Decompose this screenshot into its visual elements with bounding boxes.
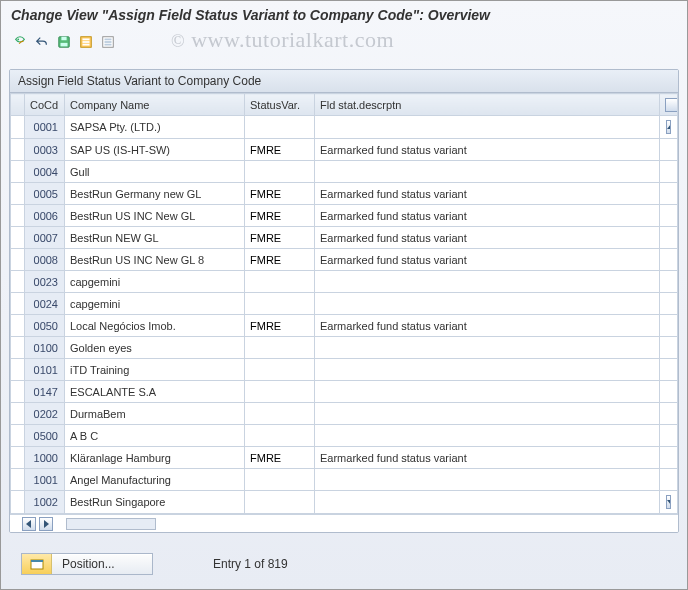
row-selector[interactable] <box>11 491 25 514</box>
table-row[interactable]: 0007BestRun NEW GLEarmarked fund status … <box>11 227 678 249</box>
table-row[interactable]: 0100Golden eyes <box>11 337 678 359</box>
vscroll-cell[interactable] <box>660 271 678 293</box>
row-selector[interactable] <box>11 227 25 249</box>
table-row[interactable]: 0006BestRun US INC New GLEarmarked fund … <box>11 205 678 227</box>
cell-statusvar[interactable] <box>245 315 315 337</box>
row-selector[interactable] <box>11 249 25 271</box>
position-button[interactable]: Position... <box>21 553 153 575</box>
vscroll-cell[interactable] <box>660 447 678 469</box>
vscroll-cell[interactable] <box>660 381 678 403</box>
statusvar-input[interactable] <box>250 320 309 332</box>
hscrollbar[interactable] <box>10 514 678 532</box>
table-row[interactable]: 0023capgemini <box>11 271 678 293</box>
statusvar-input[interactable] <box>250 430 309 442</box>
vscroll-cell[interactable] <box>660 116 678 139</box>
cell-statusvar[interactable] <box>245 447 315 469</box>
vscroll-cell[interactable] <box>660 161 678 183</box>
col-header-desc[interactable]: Fld stat.descrptn <box>315 94 660 116</box>
cell-statusvar[interactable] <box>245 161 315 183</box>
row-selector[interactable] <box>11 205 25 227</box>
cell-statusvar[interactable] <box>245 249 315 271</box>
cell-statusvar[interactable] <box>245 227 315 249</box>
undo-icon[interactable] <box>33 33 51 51</box>
cell-statusvar[interactable] <box>245 359 315 381</box>
cell-statusvar[interactable] <box>245 271 315 293</box>
row-selector[interactable] <box>11 359 25 381</box>
table-row[interactable]: 0003SAP US (IS-HT-SW)Earmarked fund stat… <box>11 139 678 161</box>
vscroll-cell[interactable] <box>660 469 678 491</box>
cell-statusvar[interactable] <box>245 205 315 227</box>
vscroll-cell[interactable] <box>660 315 678 337</box>
statusvar-input[interactable] <box>250 166 309 178</box>
cell-statusvar[interactable] <box>245 139 315 161</box>
col-header-cocd[interactable]: CoCd <box>25 94 65 116</box>
statusvar-input[interactable] <box>250 496 309 508</box>
table-row[interactable]: 0024capgemini <box>11 293 678 315</box>
vscroll-cell[interactable] <box>660 359 678 381</box>
cell-statusvar[interactable] <box>245 183 315 205</box>
row-selector[interactable] <box>11 139 25 161</box>
statusvar-input[interactable] <box>250 342 309 354</box>
statusvar-input[interactable] <box>250 121 309 133</box>
vscroll-cell[interactable] <box>660 139 678 161</box>
select-all-icon[interactable] <box>77 33 95 51</box>
vscroll-cell[interactable] <box>660 337 678 359</box>
vscroll-cell[interactable] <box>660 227 678 249</box>
cell-statusvar[interactable] <box>245 425 315 447</box>
statusvar-input[interactable] <box>250 276 309 288</box>
deselect-all-icon[interactable] <box>99 33 117 51</box>
statusvar-input[interactable] <box>250 188 309 200</box>
cell-statusvar[interactable] <box>245 491 315 514</box>
table-row[interactable]: 0004Gull <box>11 161 678 183</box>
row-selector[interactable] <box>11 447 25 469</box>
vscroll-cell[interactable] <box>660 403 678 425</box>
col-header-name[interactable]: Company Name <box>65 94 245 116</box>
vscroll-cell[interactable] <box>660 183 678 205</box>
cell-statusvar[interactable] <box>245 403 315 425</box>
cell-statusvar[interactable] <box>245 337 315 359</box>
cell-statusvar[interactable] <box>245 293 315 315</box>
table-row[interactable]: 1001Angel Manufacturing <box>11 469 678 491</box>
row-selector[interactable] <box>11 469 25 491</box>
vscroll-cell[interactable] <box>660 293 678 315</box>
save-icon[interactable] <box>55 33 73 51</box>
table-row[interactable]: 1000Kläranlage HamburgEarmarked fund sta… <box>11 447 678 469</box>
row-selector[interactable] <box>11 315 25 337</box>
vscroll-cell[interactable] <box>660 249 678 271</box>
table-row[interactable]: 0050Local Negócios Imob.Earmarked fund s… <box>11 315 678 337</box>
scroll-track[interactable] <box>66 518 156 530</box>
table-row[interactable]: 0005BestRun Germany new GLEarmarked fund… <box>11 183 678 205</box>
cell-statusvar[interactable] <box>245 381 315 403</box>
col-header-statusvar[interactable]: StatusVar. <box>245 94 315 116</box>
statusvar-input[interactable] <box>250 210 309 222</box>
table-row[interactable]: 0500A B C <box>11 425 678 447</box>
cell-statusvar[interactable] <box>245 116 315 139</box>
statusvar-input[interactable] <box>250 452 309 464</box>
row-selector[interactable] <box>11 183 25 205</box>
scroll-left-icon[interactable] <box>22 517 36 531</box>
row-selector[interactable] <box>11 116 25 139</box>
row-selector[interactable] <box>11 403 25 425</box>
table-row[interactable]: 0101iTD Training <box>11 359 678 381</box>
table-row[interactable]: 0008BestRun US INC New GL 8Earmarked fun… <box>11 249 678 271</box>
cell-statusvar[interactable] <box>245 469 315 491</box>
row-selector[interactable] <box>11 425 25 447</box>
statusvar-input[interactable] <box>250 254 309 266</box>
grid-config-icon[interactable] <box>660 94 678 116</box>
vscroll-cell[interactable] <box>660 491 678 514</box>
statusvar-input[interactable] <box>250 364 309 376</box>
scroll-right-icon[interactable] <box>39 517 53 531</box>
row-selector[interactable] <box>11 293 25 315</box>
statusvar-input[interactable] <box>250 408 309 420</box>
vscroll-cell[interactable] <box>660 425 678 447</box>
statusvar-input[interactable] <box>250 474 309 486</box>
statusvar-input[interactable] <box>250 144 309 156</box>
statusvar-input[interactable] <box>250 386 309 398</box>
row-selector[interactable] <box>11 161 25 183</box>
table-row[interactable]: 0001SAPSA Pty. (LTD.) <box>11 116 678 139</box>
row-selector[interactable] <box>11 381 25 403</box>
vscroll-cell[interactable] <box>660 205 678 227</box>
row-selector[interactable] <box>11 337 25 359</box>
statusvar-input[interactable] <box>250 298 309 310</box>
table-row[interactable]: 1002BestRun Singapore <box>11 491 678 514</box>
